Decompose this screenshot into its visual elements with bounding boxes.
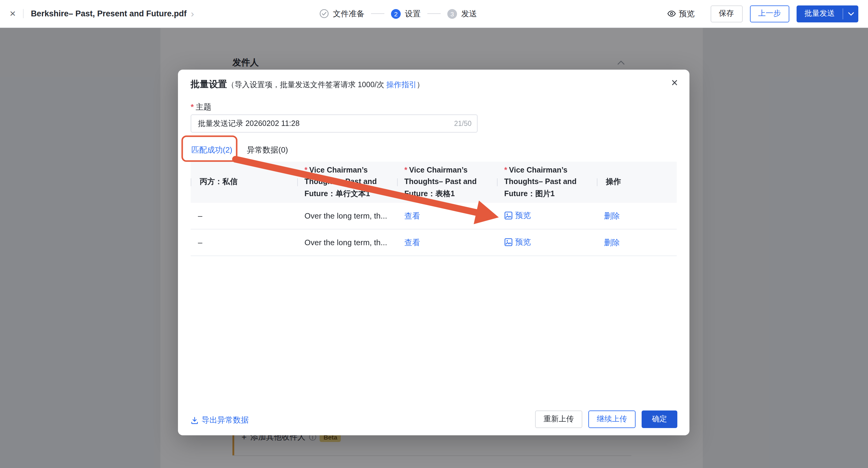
steps-indicator: 文件准备 2 设置 3 发送 [319, 0, 477, 28]
batch-send-button[interactable]: 批量发送 [797, 5, 858, 22]
modal-footer-buttons: 重新上传 继续上传 确定 [535, 410, 677, 428]
col-header-image-field: *Vice Chairman’s Thoughts– Past and Futu… [497, 162, 597, 203]
col-header-actions: 操作 [597, 174, 677, 191]
top-bar: × Berkshire– Past, Present and Future.pd… [0, 0, 868, 28]
preview-label: 预览 [679, 8, 694, 19]
party-cell: – [191, 238, 297, 247]
modal-close-icon[interactable]: × [671, 77, 678, 88]
tab-matched[interactable]: 匹配成功(2) [191, 142, 233, 162]
chevron-down-icon [848, 12, 854, 15]
tab-abnormal-label: 异常数据(0) [247, 145, 288, 154]
download-icon [191, 416, 198, 424]
preview-image-link[interactable]: 预览 [504, 237, 531, 248]
step-connector [427, 13, 441, 14]
reupload-button[interactable]: 重新上传 [535, 410, 582, 428]
modal-subtitle: （导入设置项，批量发送文件签署请求 1000/次 操作指引） [227, 80, 424, 90]
document-title: Berkshire– Past, Present and Future.pdf [31, 9, 187, 18]
image-icon [504, 238, 513, 246]
col-header-table-field: *Vice Chairman’s Thoughts– Past and Futu… [397, 162, 497, 203]
export-label: 导出异常数据 [202, 415, 249, 426]
matched-data-table: 丙方：私信 *Vice Chairman’s Thoughts– Past an… [191, 162, 677, 256]
chevron-right-icon[interactable]: › [191, 8, 194, 19]
preview-link-label: 预览 [515, 210, 531, 221]
text-field-cell: Over the long term, th... [297, 211, 397, 220]
col-header-party: 丙方：私信 [191, 174, 297, 191]
confirm-button[interactable]: 确定 [642, 410, 677, 428]
batch-settings-modal: 批量设置 （导入设置项，批量发送文件签署请求 1000/次 操作指引） × *主… [178, 70, 689, 435]
export-abnormal-link[interactable]: 导出异常数据 [191, 415, 249, 426]
subject-label-text: 主题 [195, 102, 211, 112]
subtitle-text: （导入设置项，批量发送文件签署请求 1000/次 [227, 81, 386, 89]
step-send: 3 发送 [447, 8, 477, 19]
text-field-cell: Over the long term, th... [297, 238, 397, 247]
guide-link[interactable]: 操作指引 [386, 81, 416, 89]
view-link[interactable]: 查看 [404, 210, 420, 221]
batch-send-dropdown[interactable] [843, 5, 858, 22]
continue-upload-button[interactable]: 继续上传 [588, 410, 636, 428]
step-settings: 2 设置 [391, 8, 421, 19]
col-header-text-field: *Vice Chairman’s Thoughts– Past and Futu… [297, 162, 397, 203]
delete-link[interactable]: 删除 [604, 237, 620, 248]
image-icon [504, 211, 513, 220]
step-file-prepare: 文件准备 [319, 8, 364, 19]
char-count: 21/50 [454, 120, 471, 127]
tab-abnormal[interactable]: 异常数据(0) [246, 142, 289, 162]
subject-field-label: *主题 [191, 102, 211, 113]
view-link[interactable]: 查看 [404, 237, 420, 248]
step-label-prepare: 文件准备 [333, 8, 364, 19]
step-done-check-icon [319, 9, 329, 18]
step-label-settings: 设置 [405, 8, 421, 19]
eye-icon [667, 9, 676, 18]
result-tabs: 匹配成功(2) 异常数据(0) [191, 142, 289, 162]
subtitle-close-paren: ） [416, 81, 424, 89]
step-number-future: 3 [447, 9, 457, 19]
table-row: – Over the long term, th... 查看 预览 删除 [191, 229, 677, 256]
modal-header: 批量设置 （导入设置项，批量发送文件签署请求 1000/次 操作指引） [191, 79, 660, 90]
party-cell: – [191, 211, 297, 220]
title-divider [23, 9, 24, 18]
preview-link-label: 预览 [515, 237, 531, 248]
tab-matched-label: 匹配成功(2) [191, 145, 232, 154]
step-number-current: 2 [391, 9, 401, 19]
subject-input[interactable] [191, 115, 477, 132]
app-root: × Berkshire– Past, Present and Future.pd… [0, 0, 868, 468]
preview-image-link[interactable]: 预览 [504, 210, 531, 221]
save-button[interactable]: 保存 [710, 5, 742, 22]
preview-button[interactable]: 预览 [667, 8, 694, 19]
batch-send-label: 批量发送 [797, 5, 843, 22]
step-connector [371, 13, 384, 14]
delete-link[interactable]: 删除 [604, 210, 620, 221]
subject-input-wrap: 21/50 [191, 115, 477, 133]
table-row: – Over the long term, th... 查看 预览 删除 [191, 203, 677, 229]
top-bar-actions: 预览 保存 上一步 批量发送 [667, 5, 858, 22]
required-asterisk: * [191, 102, 194, 112]
step-label-send: 发送 [461, 8, 477, 19]
table-header-row: 丙方：私信 *Vice Chairman’s Thoughts– Past an… [191, 162, 677, 203]
close-icon[interactable]: × [10, 8, 16, 19]
prev-step-button[interactable]: 上一步 [750, 5, 789, 22]
modal-title: 批量设置 [191, 79, 227, 90]
